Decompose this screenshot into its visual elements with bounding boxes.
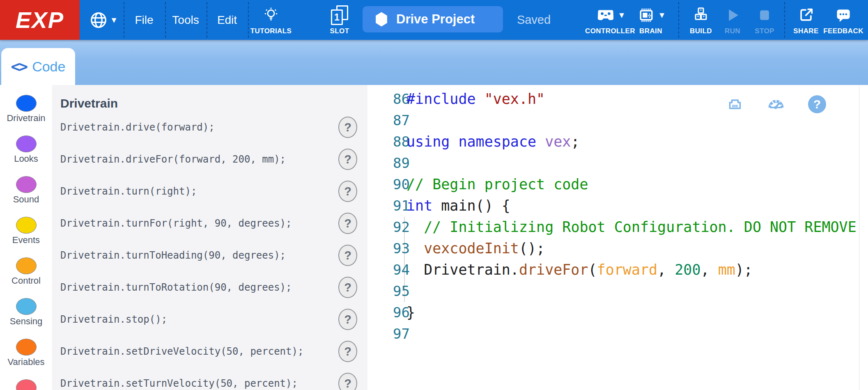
command-help-button[interactable]: ? xyxy=(338,149,357,170)
category-bubble[interactable] xyxy=(16,339,37,356)
code-text[interactable]: // Begin project code xyxy=(406,174,588,195)
command-help-button[interactable]: ? xyxy=(338,181,357,202)
command-reference-panel: Drivetrain Drivetrain.drive(forward);?Dr… xyxy=(52,85,367,390)
controller-icon xyxy=(596,7,615,23)
code-text[interactable]: #include "vex.h" xyxy=(406,88,545,110)
command-row[interactable]: Drivetrain.setTurnVelocity(50, percent);… xyxy=(52,367,367,390)
command-text[interactable]: Drivetrain.setDriveVelocity(50, percent)… xyxy=(60,346,303,357)
category-bubble[interactable] xyxy=(16,379,37,390)
command-help-button[interactable]: ? xyxy=(338,117,357,138)
code-editor[interactable]: 86#include "vex.h"8788using namespace ve… xyxy=(367,85,868,390)
line-number: 97 xyxy=(367,323,410,344)
sidebar-item-events[interactable]: Events xyxy=(0,217,52,245)
command-text[interactable]: Drivetrain.turn(right); xyxy=(60,186,197,197)
editor-line[interactable]: 94 Drivetrain.driveFor(forward, 200, mm)… xyxy=(367,259,868,280)
command-text[interactable]: Drivetrain.driveFor(forward, 200, mm); xyxy=(60,154,286,165)
code-text[interactable]: // Initializing Robot Configuration. DO … xyxy=(406,216,857,238)
editor-line[interactable]: 90// Begin project code xyxy=(367,174,868,195)
tutorials-button[interactable]: TUTORIALS xyxy=(251,0,291,40)
dashboard-button[interactable] xyxy=(762,91,790,118)
feedback-label: FEEDBACK xyxy=(823,27,863,35)
command-row[interactable]: Drivetrain.setDriveVelocity(50, percent)… xyxy=(52,335,367,367)
brain-button[interactable]: ▼ BRAIN xyxy=(625,0,676,40)
command-text[interactable]: Drivetrain.setTurnVelocity(50, percent); xyxy=(60,378,298,389)
device-port-button[interactable] xyxy=(721,91,749,118)
command-text[interactable]: Drivetrain.turnFor(right, 90, degrees); xyxy=(60,218,292,229)
category-bubble[interactable] xyxy=(16,298,37,315)
editor-line[interactable]: 97 xyxy=(367,323,868,344)
category-label: Variables xyxy=(0,357,52,367)
code-text[interactable]: } xyxy=(406,302,415,323)
stop-button[interactable]: STOP xyxy=(744,0,785,40)
code-text[interactable]: using namespace vex; xyxy=(406,131,579,152)
sidebar-item-sound[interactable]: Sound xyxy=(0,176,52,205)
slot-label: SLOT xyxy=(330,27,349,35)
feedback-button[interactable]: FEEDBACK xyxy=(822,0,865,40)
language-button[interactable]: ▼ xyxy=(82,0,123,40)
code-text[interactable]: vexcodeInit(); xyxy=(406,238,545,259)
command-row[interactable]: Drivetrain.turnFor(right, 90, degrees);? xyxy=(52,207,367,239)
project-name-button[interactable]: Drive Project xyxy=(363,6,503,32)
sidebar-item-hidden[interactable] xyxy=(0,379,52,390)
command-text[interactable]: Drivetrain.turnToRotation(90, degrees); xyxy=(60,282,292,293)
slot-button[interactable]: 1 SLOT xyxy=(321,0,358,40)
command-text[interactable]: Drivetrain.drive(forward); xyxy=(60,122,215,133)
command-help-button[interactable]: ? xyxy=(338,373,357,390)
share-button[interactable]: SHARE xyxy=(786,0,826,40)
command-help-button[interactable]: ? xyxy=(338,245,357,266)
menu-item-edit[interactable]: Edit xyxy=(207,0,248,40)
editor-line[interactable]: 91int main() { xyxy=(367,195,868,216)
category-bubble[interactable] xyxy=(16,257,37,274)
editor-line[interactable]: 86#include "vex.h" xyxy=(367,88,868,110)
toolbar-separator xyxy=(678,2,679,38)
line-number: 95 xyxy=(367,280,410,302)
lightbulb-icon xyxy=(262,7,280,24)
category-bubble[interactable] xyxy=(16,95,37,112)
command-help-button[interactable]: ? xyxy=(338,309,357,330)
category-bubble[interactable] xyxy=(16,135,37,152)
code-tab-label: Code xyxy=(32,59,65,75)
editor-line[interactable]: 96} xyxy=(367,302,868,323)
sidebar-item-variables[interactable]: Variables xyxy=(0,339,52,367)
command-row[interactable]: Drivetrain.turnToRotation(90, degrees);? xyxy=(52,271,367,303)
code-text[interactable]: Drivetrain.driveFor(forward, 200, mm); xyxy=(406,259,753,280)
tab-code[interactable]: <> Code xyxy=(1,48,75,85)
category-label: Looks xyxy=(0,154,52,164)
editor-line[interactable]: 89 xyxy=(367,152,868,174)
category-label: Sensing xyxy=(0,316,52,327)
help-button[interactable]: ? xyxy=(804,91,831,118)
command-help-button[interactable]: ? xyxy=(338,277,357,298)
command-row[interactable]: Drivetrain.turn(right);? xyxy=(52,175,367,207)
editor-scrollbar-track[interactable] xyxy=(859,85,859,390)
gauge-icon xyxy=(767,96,785,113)
category-bubble[interactable] xyxy=(16,176,37,193)
editor-line[interactable]: 92 // Initializing Robot Configuration. … xyxy=(367,216,868,238)
editor-line[interactable]: 93 vexcodeInit(); xyxy=(367,238,868,259)
sidebar-item-sensing[interactable]: Sensing xyxy=(0,298,52,327)
command-text[interactable]: Drivetrain.stop(); xyxy=(60,314,167,325)
chevron-down-icon: ▼ xyxy=(112,16,117,24)
command-row[interactable]: Drivetrain.stop();? xyxy=(52,303,367,335)
editor-line[interactable]: 88using namespace vex; xyxy=(367,131,868,152)
menu-item-file[interactable]: File xyxy=(124,0,165,40)
category-bubble[interactable] xyxy=(16,217,37,234)
brain-icon xyxy=(637,6,655,24)
command-row[interactable]: Drivetrain.drive(forward);? xyxy=(52,111,367,143)
slot-icon: 1 xyxy=(330,5,349,25)
help-icon: ? xyxy=(808,95,826,113)
command-row[interactable]: Drivetrain.driveFor(forward, 200, mm);? xyxy=(52,143,367,175)
command-help-button[interactable]: ? xyxy=(338,213,357,234)
exp-logo: EXP xyxy=(0,0,80,40)
command-row[interactable]: Drivetrain.turnToHeading(90, degrees);? xyxy=(52,239,367,271)
command-help-button[interactable]: ? xyxy=(338,341,357,362)
editor-line[interactable]: 95 xyxy=(367,280,868,302)
category-sidebar: DrivetrainLooksSoundEventsControlSensing… xyxy=(0,85,52,390)
sidebar-item-looks[interactable]: Looks xyxy=(0,135,52,164)
sidebar-item-drivetrain[interactable]: Drivetrain xyxy=(0,95,52,124)
sidebar-item-control[interactable]: Control xyxy=(0,257,52,286)
command-text[interactable]: Drivetrain.turnToHeading(90, degrees); xyxy=(60,250,286,261)
code-text[interactable]: int main() { xyxy=(406,195,510,216)
save-status: Saved xyxy=(508,0,559,40)
editor-line[interactable]: 87 xyxy=(367,110,868,131)
menu-item-tools[interactable]: Tools xyxy=(165,0,206,40)
